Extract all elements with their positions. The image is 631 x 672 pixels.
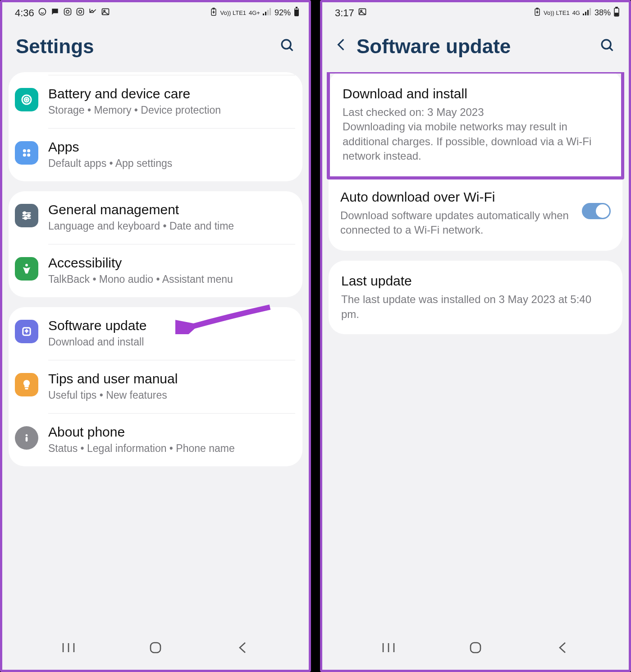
- missed-call-icon: [88, 7, 97, 18]
- auto-download-toggle[interactable]: [582, 203, 611, 219]
- auto-download-sub: Download software updates automatically …: [340, 208, 573, 238]
- download-note: Downloading via mobile networks may resu…: [343, 120, 608, 163]
- signal-icon: [263, 8, 272, 18]
- accessibility-icon: [15, 257, 38, 281]
- home-button[interactable]: [147, 639, 164, 656]
- svg-rect-38: [585, 12, 586, 15]
- svg-point-23: [27, 153, 30, 156]
- battery-percent: 92%: [274, 8, 291, 18]
- status-time: 3:17: [335, 7, 354, 19]
- svg-rect-39: [587, 10, 589, 15]
- status-bar: 4:36 Vo)) LTE1 4G: [2, 2, 309, 23]
- about-icon: [15, 426, 38, 450]
- svg-point-19: [26, 99, 27, 101]
- volte-label: Vo)) LTE1: [544, 9, 570, 16]
- svg-point-21: [27, 149, 30, 152]
- settings-item-sub: Download and install: [48, 335, 293, 349]
- recents-button[interactable]: [60, 639, 77, 656]
- back-button[interactable]: [554, 639, 571, 656]
- volte-label: Vo)) LTE1: [220, 9, 246, 16]
- search-icon[interactable]: [600, 38, 615, 55]
- recents-button[interactable]: [380, 639, 397, 656]
- nav-bar: [322, 627, 629, 670]
- svg-rect-1: [64, 9, 71, 15]
- last-update-card: Last update The last update was installe…: [329, 261, 622, 334]
- network-label: 4G: [572, 9, 580, 16]
- svg-point-25: [27, 215, 30, 217]
- settings-group: Battery and device care Storage • Memory…: [9, 72, 302, 181]
- svg-rect-12: [270, 8, 271, 15]
- status-bar: 3:17 Vo)) LTE1 4G 38%: [322, 2, 629, 23]
- settings-group: Software update Download and install Tip…: [9, 307, 302, 466]
- signal-icon: [583, 8, 592, 18]
- battery-icon: [293, 7, 300, 19]
- tips-icon: [15, 373, 38, 396]
- auto-download-title: Auto download over Wi-Fi: [340, 189, 573, 205]
- settings-item-accessibility[interactable]: Accessibility TalkBack • Mono audio • As…: [9, 244, 302, 297]
- settings-item-battery[interactable]: Battery and device care Storage • Memory…: [9, 75, 302, 128]
- image-icon: [358, 7, 367, 18]
- svg-point-16: [282, 40, 291, 49]
- svg-point-4: [78, 10, 82, 14]
- apps-icon: [15, 141, 38, 165]
- home-button[interactable]: [467, 639, 484, 656]
- last-update-row[interactable]: Last update The last update was installe…: [329, 261, 622, 334]
- back-chevron-icon[interactable]: [336, 37, 347, 55]
- download-install-title: Download and install: [343, 86, 608, 101]
- whatsapp-icon: [38, 7, 47, 18]
- auto-download-row[interactable]: Auto download over Wi-Fi Download softwa…: [329, 178, 622, 251]
- update-content: Download and install Last checked on: 3 …: [322, 72, 629, 627]
- settings-item-software-update[interactable]: Software update Download and install: [9, 307, 302, 360]
- svg-rect-40: [590, 8, 591, 15]
- search-icon[interactable]: [280, 38, 295, 55]
- battery-percent: 38%: [594, 8, 611, 18]
- battery-icon: [613, 7, 620, 19]
- battery-saver-icon: [210, 8, 217, 18]
- svg-rect-42: [616, 7, 617, 8]
- update-icon: [15, 320, 38, 343]
- svg-rect-37: [583, 14, 584, 15]
- settings-item-sub: TalkBack • Mono audio • Assistant menu: [48, 272, 293, 286]
- settings-item-tips[interactable]: Tips and user manual Useful tips • New f…: [9, 360, 302, 413]
- settings-item-title: Accessibility: [48, 255, 293, 271]
- svg-point-26: [24, 217, 27, 220]
- general-icon: [15, 204, 38, 227]
- svg-rect-14: [296, 7, 297, 8]
- svg-rect-29: [25, 388, 28, 390]
- network-label: 4G+: [249, 9, 260, 16]
- last-update-sub: The last update was installed on 3 May 2…: [341, 292, 610, 322]
- settings-item-title: Battery and device care: [48, 86, 293, 101]
- download-last-checked: Last checked on: 3 May 2023: [343, 105, 608, 120]
- settings-item-apps[interactable]: Apps Default apps • App settings: [9, 129, 302, 181]
- svg-rect-3: [77, 9, 83, 15]
- settings-item-sub: Default apps • App settings: [48, 156, 293, 170]
- settings-item-general[interactable]: General management Language and keyboard…: [9, 191, 302, 244]
- svg-point-20: [23, 149, 26, 152]
- image-icon: [101, 7, 110, 18]
- settings-item-title: About phone: [48, 424, 293, 440]
- battery-care-icon: [15, 88, 38, 111]
- settings-group: General management Language and keyboard…: [9, 191, 302, 297]
- settings-content: Battery and device care Storage • Memory…: [2, 72, 309, 627]
- svg-point-24: [23, 212, 26, 214]
- chat-icon: [50, 7, 59, 18]
- settings-item-title: Software update: [48, 318, 293, 333]
- back-button[interactable]: [234, 639, 251, 656]
- phone-left: 4:36 Vo)) LTE1 4G: [0, 0, 311, 672]
- settings-item-sub: Useful tips • New features: [48, 388, 293, 402]
- svg-point-22: [23, 153, 26, 156]
- settings-item-title: Tips and user manual: [48, 371, 293, 387]
- svg-rect-11: [267, 10, 269, 15]
- last-update-title: Last update: [341, 273, 610, 289]
- page-title: Settings: [16, 35, 94, 58]
- svg-point-44: [602, 40, 611, 49]
- instagram-icon: [63, 7, 72, 18]
- update-header: Software update: [322, 23, 629, 72]
- download-install-row[interactable]: Download and install Last checked on: 3 …: [330, 74, 621, 176]
- settings-item-about[interactable]: About phone Status • Legal information •…: [9, 414, 302, 466]
- svg-rect-10: [265, 12, 266, 15]
- status-time: 4:36: [15, 7, 34, 19]
- instagram-icon-2: [76, 7, 85, 18]
- settings-item-title: General management: [48, 202, 293, 217]
- highlight-annotation: Download and install Last checked on: 3 …: [327, 72, 624, 180]
